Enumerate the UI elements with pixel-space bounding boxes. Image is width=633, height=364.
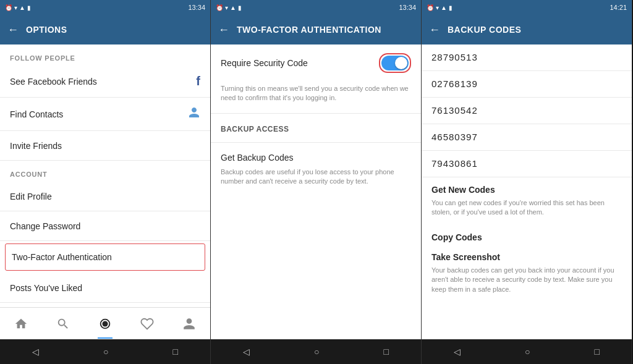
contacts-icon: [188, 106, 200, 122]
alarm-icon-2: ⏰: [216, 4, 223, 11]
status-bar-3: ⏰ ▾ ▲ ▮ 14:21: [422, 0, 632, 15]
wifi-icon: ▾: [14, 4, 17, 11]
status-icons-2: ⏰ ▾ ▲ ▮: [216, 4, 242, 11]
require-security-row: Require Security Code: [211, 44, 421, 82]
code-item-4: 79430861: [422, 151, 632, 177]
panel-two-factor: ⏰ ▾ ▲ ▮ 13:34 ← TWO-FACTOR AUTHENTICATIO…: [211, 0, 422, 364]
list-item-edit-profile[interactable]: Edit Profile: [0, 182, 210, 211]
android-bar-1: ◁ ○ □: [0, 339, 210, 364]
list-item-contacts[interactable]: Find Contacts: [0, 98, 210, 131]
get-backup-codes-description: Backup codes are useful if you lose acce…: [211, 165, 421, 194]
android-bar-3: ◁ ○ □: [422, 339, 632, 364]
nav-home[interactable]: [6, 309, 36, 339]
toggle-knob-2: [395, 57, 407, 69]
list-item-invite[interactable]: Invite Friends: [0, 131, 210, 161]
battery-icon-2: ▮: [238, 4, 242, 11]
signal-icon-2: ▲: [230, 4, 236, 11]
content-3: 28790513 02768139 76130542 46580397 7943…: [422, 44, 632, 339]
alarm-icon: ⏰: [5, 4, 12, 11]
two-factor-label: Two-Factor Authentication: [12, 252, 112, 262]
page-title-3: BACKUP CODES: [448, 25, 521, 35]
code-2: 76130542: [431, 105, 478, 116]
code-item-2: 76130542: [422, 98, 632, 124]
page-title-1: OPTIONS: [26, 25, 67, 35]
back-button-3[interactable]: ←: [429, 23, 440, 36]
svg-point-1: [102, 321, 108, 326]
back-button-2[interactable]: ←: [218, 23, 229, 36]
content-1: FOLLOW PEOPLE See Facebook Friends f Fin…: [0, 44, 210, 307]
contacts-label: Find Contacts: [10, 109, 63, 119]
status-icons-1: ⏰ ▾ ▲ ▮: [5, 4, 31, 11]
require-security-label: Require Security Code: [221, 58, 308, 68]
signal-icon-3: ▲: [441, 4, 447, 11]
get-new-codes-desc: You can get new codes if you're worried …: [422, 197, 632, 225]
signal-icon: ▲: [19, 4, 25, 11]
nav-camera[interactable]: [90, 309, 120, 339]
section-divider-2: [211, 142, 421, 143]
invite-label: Invite Friends: [10, 141, 62, 151]
status-time-1: 13:34: [188, 4, 205, 11]
list-item-posts-liked[interactable]: Posts You've Liked: [0, 273, 210, 303]
status-bar-1: ⏰ ▾ ▲ ▮ 13:34: [0, 0, 210, 15]
battery-icon-3: ▮: [449, 4, 452, 11]
code-item-1: 02768139: [422, 71, 632, 98]
header-bar-3: ← BACKUP CODES: [422, 15, 632, 44]
wifi-icon-3: ▾: [436, 4, 439, 11]
android-home-3[interactable]: ○: [525, 347, 530, 357]
require-toggle-outline: [379, 53, 411, 73]
section-header-account: ACCOUNT: [0, 161, 210, 182]
require-description: Turning this on means we'll send you a s…: [211, 82, 421, 111]
posts-liked-label: Posts You've Liked: [10, 283, 82, 293]
android-back-1[interactable]: ◁: [32, 347, 39, 357]
status-bar-2: ⏰ ▾ ▲ ▮ 13:34: [211, 0, 421, 15]
android-recent-3[interactable]: □: [595, 347, 600, 357]
change-password-label: Change Password: [10, 221, 80, 231]
android-recent-2[interactable]: □: [384, 347, 389, 357]
code-1: 02768139: [431, 78, 478, 89]
header-bar-2: ← TWO-FACTOR AUTHENTICATION: [211, 15, 421, 44]
status-time-3: 14:21: [610, 4, 627, 11]
alarm-icon-3: ⏰: [427, 4, 434, 11]
status-icons-3: ⏰ ▾ ▲ ▮: [427, 4, 452, 11]
take-screenshot-desc: Your backup codes can get you back into …: [422, 265, 632, 302]
android-bar-2: ◁ ○ □: [211, 339, 421, 364]
get-new-codes-title[interactable]: Get New Codes: [422, 177, 632, 197]
copy-codes-title[interactable]: Copy Codes: [422, 225, 632, 245]
list-item-two-factor[interactable]: Two-Factor Authentication: [5, 243, 205, 271]
list-item-private-account[interactable]: Private account: [0, 303, 210, 307]
nav-search[interactable]: [48, 309, 78, 339]
get-backup-codes-title[interactable]: Get Backup Codes: [211, 145, 421, 165]
facebook-icon: f: [196, 74, 200, 88]
android-home-2[interactable]: ○: [314, 347, 319, 357]
section-header-follow: FOLLOW PEOPLE: [0, 44, 210, 66]
facebook-label: See Facebook Friends: [10, 77, 97, 87]
panel-options: ⏰ ▾ ▲ ▮ 13:34 ← OPTIONS FOLLOW PEOPLE Se…: [0, 0, 211, 364]
android-back-3[interactable]: ◁: [454, 347, 461, 357]
content-2: Require Security Code Turning this on me…: [211, 44, 421, 339]
backup-access-header: BACKUP ACCESS: [211, 116, 421, 140]
back-button-1[interactable]: ←: [7, 23, 19, 36]
status-time-2: 13:34: [399, 4, 416, 11]
code-0: 28790513: [431, 52, 478, 62]
list-item-change-password[interactable]: Change Password: [0, 211, 210, 241]
nav-profile[interactable]: [174, 309, 204, 339]
android-home-1[interactable]: ○: [103, 347, 108, 357]
code-item-3: 46580397: [422, 124, 632, 151]
android-back-2[interactable]: ◁: [243, 347, 250, 357]
android-recent-1[interactable]: □: [173, 347, 178, 357]
battery-icon: ▮: [27, 4, 31, 11]
header-bar-1: ← OPTIONS: [0, 15, 210, 44]
wifi-icon-2: ▾: [225, 4, 228, 11]
bottom-nav-1: [0, 307, 210, 339]
code-4: 79430861: [431, 158, 478, 169]
panel-backup-codes: ⏰ ▾ ▲ ▮ 14:21 ← BACKUP CODES 28790513 02…: [422, 0, 632, 364]
require-security-toggle[interactable]: [381, 56, 409, 70]
page-title-2: TWO-FACTOR AUTHENTICATION: [237, 25, 381, 35]
list-item-facebook[interactable]: See Facebook Friends f: [0, 66, 210, 98]
section-divider-1: [211, 113, 421, 114]
take-screenshot-title[interactable]: Take Screenshot: [422, 245, 632, 265]
edit-profile-label: Edit Profile: [10, 192, 52, 201]
code-item-0: 28790513: [422, 44, 632, 71]
nav-heart[interactable]: [132, 309, 162, 339]
code-3: 46580397: [431, 132, 478, 142]
